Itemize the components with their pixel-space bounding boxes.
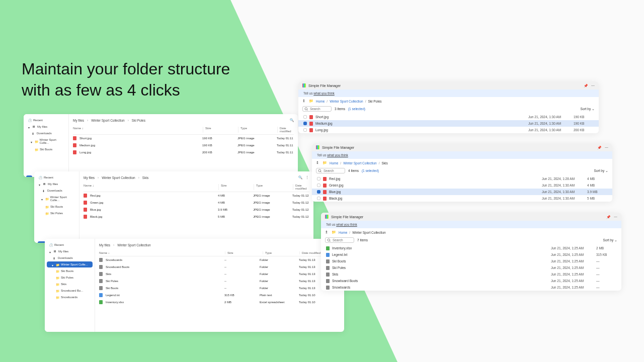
sidebar-recent[interactable]: 🕒Recent [26, 117, 66, 123]
file-row[interactable]: Medium.jpgJun 21, 2024, 1:30 AM190 KB [298, 120, 599, 127]
feedback-link[interactable]: what you think [313, 92, 335, 95]
more-icon[interactable]: ⋯ [614, 215, 617, 219]
feedback-link[interactable]: what you think [336, 223, 357, 226]
file-row[interactable]: Black.jpgJun 21, 2024, 1:30 AM5 MB [312, 195, 612, 202]
sidebar-skis[interactable]: 📁Skis [47, 281, 93, 287]
file-row[interactable]: Blue.jpgJun 21, 2024, 1:30 AM3.9 MB [312, 189, 612, 195]
file-row[interactable]: Red.jpg4 MBJPEG imageToday 01:12 [84, 192, 309, 199]
file-row[interactable]: Legend.txtJun 21, 2024, 1:25 AM315 KB [321, 251, 621, 258]
file-row[interactable]: Snowboard Boots--FolderToday 01:13 [99, 263, 340, 270]
hdr-type[interactable]: Type [254, 184, 293, 190]
file-row[interactable]: Red.jpgJun 21, 2024, 1:28 AM4 MB [312, 175, 612, 182]
checkbox[interactable] [303, 128, 307, 132]
breadcrumb-wsc[interactable]: Winter Sport Collection [102, 176, 135, 179]
sidebar-skipoles[interactable]: 📁Ski Poles [47, 275, 93, 281]
up-arrow-icon[interactable]: ↥ [325, 230, 329, 234]
pin-icon[interactable]: 📌 [606, 215, 610, 219]
more-icon[interactable]: ⋮ [305, 175, 309, 179]
up-arrow-icon[interactable]: ↥ [316, 161, 320, 165]
crumb-home[interactable]: Home [316, 100, 325, 103]
crumb-home[interactable]: Home [339, 231, 347, 234]
crumb-skipoles[interactable]: Ski Poles [368, 100, 381, 103]
hdr-name[interactable]: Name ↓ [84, 184, 218, 190]
crumb-wsc[interactable]: Winter Sport Collection [352, 231, 385, 234]
sidebar-wsc-active[interactable]: ▾📁Winter Sport Colle... [47, 261, 93, 267]
file-row[interactable]: Inventory.xlsx2 MBExcel spreadsheetToday… [99, 299, 340, 306]
pin-icon[interactable]: 📌 [584, 84, 587, 87]
file-row[interactable]: Ski Boots--FolderToday 01:13 [99, 285, 340, 292]
sidebar-myfiles[interactable]: ▾🖥My files [47, 248, 93, 254]
sidebar-myfiles[interactable]: ▾🖥My files [26, 124, 66, 130]
file-row[interactable]: SkisJun 21, 2024, 1:25 AM— [321, 271, 621, 278]
file-row[interactable]: Blue.jpg3.9 MBJPEG imageToday 01:12 [84, 206, 309, 213]
sidebar-skiboots[interactable]: 📁Ski Boots [26, 146, 66, 152]
file-row[interactable]: Short.jpg190 KBJPEG imageToday 01:11 [73, 135, 294, 142]
crumb-wsc[interactable]: Winter Sport Collection [343, 161, 376, 165]
file-row[interactable]: Green.jpg4 MBJPEG imageToday 01:12 [84, 199, 309, 206]
breadcrumb-skipoles[interactable]: Ski Poles [132, 119, 145, 122]
sidebar-wsc[interactable]: ▾📁Winter Sport Colle... [36, 194, 77, 203]
sidebar-skiboots[interactable]: 📁Ski Boots [47, 268, 93, 274]
sidebar-skiboots[interactable]: 📁Ski Boots [36, 204, 77, 210]
up-arrow-icon[interactable]: ↥ [302, 99, 306, 103]
sidebar-myfiles[interactable]: ▾🖥My files [36, 181, 77, 187]
checkbox[interactable] [303, 115, 307, 119]
file-row[interactable]: Inventory.xlsxJun 21, 2024, 1:25 AM2 MB [321, 245, 621, 251]
file-row[interactable]: Ski PolesJun 21, 2024, 1:25 AM— [321, 264, 621, 271]
sidebar-recent[interactable]: 🕒Recent [36, 174, 77, 180]
sort-by-button[interactable]: Sort by ⌄ [603, 238, 617, 242]
checkbox[interactable] [303, 122, 307, 125]
hdr-size[interactable]: Size [218, 184, 254, 190]
file-row[interactable]: Green.jpgJun 21, 2024, 1:30 AM4 MB [312, 182, 612, 189]
sidebar-wsc[interactable]: ▾📁Winter Sport Colle... [26, 137, 66, 146]
file-row[interactable]: SnowboardsJun 21, 2024, 1:25 AM— [321, 284, 621, 291]
checkbox[interactable] [317, 177, 320, 180]
more-icon[interactable]: ⋯ [605, 146, 608, 149]
sidebar-downloads[interactable]: ⬇Downloads [36, 188, 77, 194]
search-input[interactable] [316, 168, 345, 173]
hdr-size[interactable]: Size [225, 251, 263, 254]
search-icon[interactable]: 🔍 [298, 175, 302, 179]
sidebar-downloads[interactable]: ⬇Downloads [26, 130, 66, 136]
file-row[interactable]: Black.jpg5 MBJPEG imageToday 01:12 [84, 213, 309, 220]
breadcrumb-myfiles[interactable]: My files [84, 176, 95, 179]
checkbox[interactable] [317, 190, 320, 194]
hdr-name[interactable]: Name ↓ [99, 251, 225, 254]
file-row[interactable]: Short.jpgJun 21, 2024, 1:30 AM190 KB [298, 114, 599, 120]
file-row[interactable]: Medium.jpg190 KBJPEG imageToday 01:11 [73, 142, 294, 149]
hdr-date[interactable]: Date modified [277, 127, 294, 133]
pin-icon[interactable]: 📌 [597, 146, 601, 149]
file-row[interactable]: Ski BootsJun 21, 2024, 1:25 AM— [321, 258, 621, 264]
sidebar-recent[interactable]: 🕒Recent [47, 242, 93, 248]
breadcrumb-myfiles[interactable]: My files [99, 243, 110, 247]
hdr-type[interactable]: Type [238, 127, 277, 133]
file-row[interactable]: Snowboard BootsJun 21, 2024, 1:25 AM— [321, 278, 621, 284]
hdr-name[interactable]: Name ↓ [73, 127, 203, 133]
file-row[interactable]: Legend.txt315 KBPlain textToday 01:10 [99, 292, 340, 299]
sort-by-button[interactable]: Sort by ⌄ [594, 169, 608, 173]
breadcrumb-myfiles[interactable]: My files [73, 119, 84, 122]
hdr-size[interactable]: Size [203, 127, 238, 133]
more-icon[interactable]: ⋯ [591, 84, 595, 87]
search-input[interactable] [302, 106, 332, 112]
breadcrumb-wsc[interactable]: Winter Sport Collection [91, 119, 124, 122]
file-row[interactable]: Ski Poles--FolderToday 01:13 [99, 278, 340, 285]
sidebar-downloads[interactable]: ⬇Downloads [47, 255, 93, 261]
checkbox[interactable] [317, 184, 320, 187]
sort-by-button[interactable]: Sort by ⌄ [581, 107, 595, 111]
sidebar-snowboardboots[interactable]: 📁Snowboard Bo... [47, 288, 93, 294]
search-input[interactable] [325, 237, 354, 243]
file-row[interactable]: Long.jpg200 KBJPEG imageToday 01:11 [73, 149, 294, 156]
breadcrumb-skis[interactable]: Skis [142, 176, 148, 179]
hdr-type[interactable]: Type [263, 251, 299, 254]
search-icon[interactable]: 🔍 [290, 118, 294, 122]
crumb-skis[interactable]: Skis [381, 161, 387, 165]
checkbox[interactable] [317, 197, 320, 200]
file-row[interactable]: Snowboards--FolderToday 01:13 [99, 256, 340, 263]
file-row[interactable]: Long.jpgJun 21, 2024, 1:30 AM200 KB [298, 127, 599, 133]
sidebar-skipoles[interactable]: 📁Ski Poles [36, 210, 77, 216]
feedback-link[interactable]: what you think [327, 153, 348, 157]
hdr-date[interactable]: Date modified [293, 184, 309, 190]
file-row[interactable]: Skis--FolderToday 01:13 [99, 270, 340, 278]
sidebar-snowboards[interactable]: 📁Snowboards [47, 294, 93, 300]
